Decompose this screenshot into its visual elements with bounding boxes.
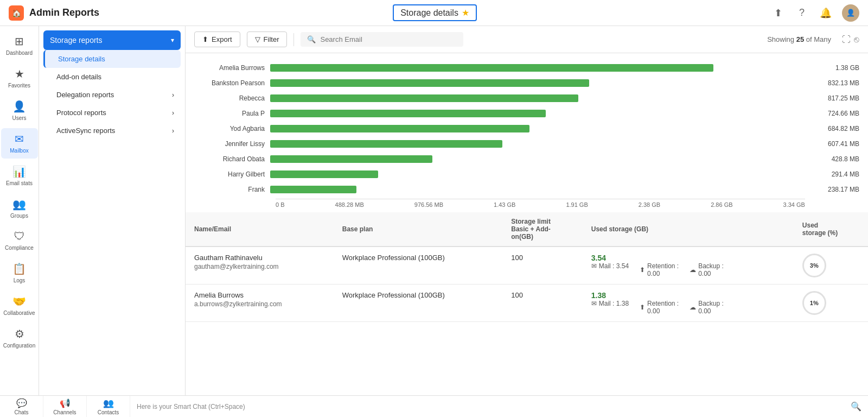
cell-name-email: Amelia Burrows a.burrows@zylkertraining.… xyxy=(186,285,334,322)
nav-storage-reports[interactable]: Storage reports ▾ xyxy=(43,30,181,50)
cell-used-pct: 3% xyxy=(794,247,868,285)
sidebar-label-mailbox: Mailbox xyxy=(10,148,28,154)
search-input[interactable] xyxy=(320,35,457,43)
retention-icon: ⬆ xyxy=(640,266,645,274)
cell-used-storage: 1.38 ✉ Mail : 1.38 ⬆ Retention :0.00 xyxy=(583,285,794,322)
nav-delegation-reports[interactable]: Delegation reports › xyxy=(43,86,181,104)
sidebar-item-users[interactable]: 👤 Users xyxy=(1,96,38,126)
cell-name-email: Gautham Rathinavelu gautham@zylkertraini… xyxy=(186,247,334,285)
sidebar-item-groups[interactable]: 👥 Groups xyxy=(1,193,38,224)
chart-bar-value: 428.8 MB xyxy=(810,155,859,163)
sidebar-label-compliance: Compliance xyxy=(5,245,34,251)
sidebar-item-logs[interactable]: 📋 Logs xyxy=(1,258,38,288)
sidebar-label-groups: Groups xyxy=(10,213,28,219)
notification-icon[interactable]: 🔔 xyxy=(818,5,833,21)
filter-label: Filter xyxy=(264,35,279,43)
chart-bar-area xyxy=(270,64,810,72)
share-icon[interactable]: ⎋ xyxy=(854,35,859,45)
favorites-icon: ★ xyxy=(15,67,24,80)
chart-bar-value: 1.38 GB xyxy=(810,64,859,72)
nav-storage-details-label: Storage details xyxy=(58,55,105,63)
chart-bar xyxy=(270,110,546,117)
page-title-tab[interactable]: Storage details ★ xyxy=(393,4,477,21)
email-stats-icon: 📊 xyxy=(12,165,26,178)
help-icon[interactable]: ? xyxy=(794,5,809,21)
chart-row: Harry Gilbert 291.4 MB xyxy=(194,168,859,180)
chart-bar-name: Rebecca xyxy=(194,94,270,102)
sidebar-item-compliance[interactable]: 🛡 Compliance xyxy=(1,226,38,256)
header-center: Storage details ★ xyxy=(393,4,477,21)
bottom-item-chats[interactable]: 💬 Chats xyxy=(0,396,43,418)
sidebar-item-mailbox[interactable]: ✉ Mailbox xyxy=(1,128,38,159)
sidebar-item-email-stats[interactable]: 📊 Email stats xyxy=(1,161,38,191)
backup-label: ☁ Backup :0.00 xyxy=(690,300,724,315)
app-logo: 🏠 xyxy=(9,5,24,21)
chart-bar-value: 817.25 MB xyxy=(810,94,859,102)
chart-bar-value: 724.66 MB xyxy=(810,110,859,117)
search-box[interactable]: 🔍 xyxy=(301,32,463,47)
table-row: Gautham Rathinavelu gautham@zylkertraini… xyxy=(186,247,868,285)
mailbox-icon: ✉ xyxy=(15,132,24,146)
smart-chat-area[interactable]: Here is your Smart Chat (Ctrl+Space) xyxy=(130,403,851,410)
chart-bar-area xyxy=(270,170,810,178)
sidebar-item-configuration[interactable]: ⚙ Configuration xyxy=(1,323,38,353)
nav-add-on-details[interactable]: Add-on details xyxy=(43,68,181,86)
content-area: ⬆ Export ▽ Filter 🔍 Showing 25 of Many ⛶… xyxy=(186,26,868,395)
nav-add-on-details-label: Add-on details xyxy=(56,73,101,81)
expand-icon[interactable]: ⛶ xyxy=(842,35,851,45)
nav-protocol-reports[interactable]: Protocol reports › xyxy=(43,104,181,122)
upload-icon[interactable]: ⬆ xyxy=(770,5,786,21)
chart-bar-area xyxy=(270,125,810,132)
axis-2-38: 2.38 GB xyxy=(639,201,660,208)
chart-bar xyxy=(270,155,432,163)
sidebar-label-users: Users xyxy=(12,115,26,122)
header-right: ⬆ ? 🔔 👤 xyxy=(770,4,859,22)
chart-row: Amelia Burrows 1.38 GB xyxy=(194,62,859,74)
bottom-search-icon[interactable]: 🔍 xyxy=(851,401,868,412)
logs-icon: 📋 xyxy=(12,262,26,275)
table-body: Gautham Rathinavelu gautham@zylkertraini… xyxy=(186,247,868,322)
mail-icon: ✉ xyxy=(591,262,597,270)
user-email: gautham@zylkertraining.com xyxy=(194,263,325,270)
sidebar-item-collaborative[interactable]: 🤝 Collaborative xyxy=(1,290,38,321)
avatar[interactable]: 👤 xyxy=(842,4,859,22)
sidebar-item-dashboard[interactable]: ⊞ Dashboard xyxy=(1,30,38,61)
col-used-storage-pct: Usedstorage (%) xyxy=(794,212,868,247)
filter-button[interactable]: ▽ Filter xyxy=(247,31,288,47)
chart-bar-value: 291.4 MB xyxy=(810,170,859,178)
chart-row: Rebecca 817.25 MB xyxy=(194,92,859,104)
retention-label: ⬆ Retention :0.00 xyxy=(640,300,679,315)
table-section: Name/Email Base plan Storage limitBasic … xyxy=(186,212,868,395)
export-button[interactable]: ⬆ Export xyxy=(194,31,240,47)
storage-info-group: ✉ Mail : 3.54 ⬆ Retention :0.00 ☁ Backup… xyxy=(591,262,785,277)
axis-1-91: 1.91 GB xyxy=(566,201,588,208)
col-used-storage-gb: Used storage (GB) xyxy=(583,212,794,247)
nav-storage-details[interactable]: Storage details xyxy=(43,50,181,68)
mail-label: ✉ Mail : 1.38 xyxy=(591,300,629,307)
nav-section-storage: Storage reports ▾ Storage details Add-on… xyxy=(39,26,185,144)
star-icon[interactable]: ★ xyxy=(462,8,469,18)
bottom-item-contacts[interactable]: 👥 Contacts xyxy=(87,396,130,418)
bottom-item-channels[interactable]: 📢 Channels xyxy=(43,396,87,418)
backup-detail: ☁ Backup :0.00 xyxy=(690,300,724,315)
chart-bar-name: Jennifer Lissy xyxy=(194,140,270,148)
activesync-reports-arrow: › xyxy=(172,127,174,135)
chart-bar-area xyxy=(270,94,810,102)
dashboard-icon: ⊞ xyxy=(15,35,24,48)
app-title: Admin Reports xyxy=(29,7,99,18)
chart-bar xyxy=(270,125,529,132)
user-email: a.burrows@zylkertraining.com xyxy=(194,300,325,308)
retention-detail: ⬆ Retention :0.00 xyxy=(640,300,679,315)
sidebar-item-favorites[interactable]: ★ Favorites xyxy=(1,63,38,93)
used-total: 1.38 xyxy=(591,291,785,300)
retention-icon: ⬆ xyxy=(640,304,645,311)
storage-info-group: ✉ Mail : 1.38 ⬆ Retention :0.00 ☁ Backup… xyxy=(591,300,785,315)
users-icon: 👤 xyxy=(12,100,26,113)
col-storage-limit: Storage limitBasic + Add-on(GB) xyxy=(502,212,583,247)
showing-prefix: Showing xyxy=(767,35,794,43)
mail-detail: ✉ Mail : 1.38 xyxy=(591,300,629,315)
chart-bar-name: Frank xyxy=(194,186,270,193)
nav-activesync-reports[interactable]: ActiveSync reports › xyxy=(43,122,181,140)
table-row: Amelia Burrows a.burrows@zylkertraining.… xyxy=(186,285,868,322)
cell-storage-limit: 100 xyxy=(502,247,583,285)
